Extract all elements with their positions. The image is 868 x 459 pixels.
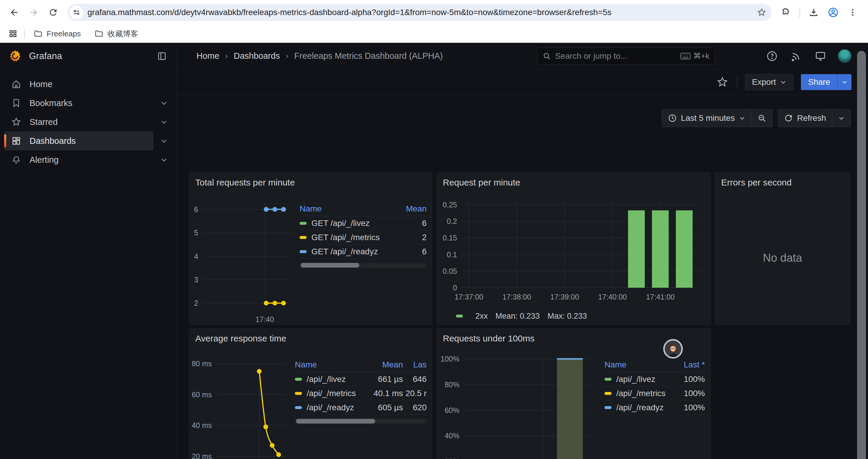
export-button[interactable]: Export xyxy=(745,74,793,90)
legend-series-metrics[interactable]: /api/_/metrics xyxy=(604,389,673,398)
scrollbar-thumb[interactable] xyxy=(301,263,359,268)
legend-col-mean[interactable]: Mean xyxy=(365,360,403,369)
chevron-down-icon xyxy=(739,115,745,121)
sidebar-item-starred[interactable]: Starred xyxy=(4,112,153,131)
legend-column: Name Last * /api/_/livez 100% /api/_/met… xyxy=(604,347,710,459)
legend-series-metrics[interactable]: GET /api/_/metrics xyxy=(300,233,403,242)
chart-canvas-request-per-minute[interactable]: 0.250.20.150.10.05017:37:0017:38:0017:39… xyxy=(437,191,710,307)
svg-text:3: 3 xyxy=(194,275,198,284)
legend-horizontal-scrollbar[interactable] xyxy=(300,263,427,268)
legend-series-livez[interactable]: /api/_/livez xyxy=(295,374,365,384)
site-settings-icon[interactable] xyxy=(70,6,83,19)
forward-button[interactable] xyxy=(25,4,42,21)
svg-text:0: 0 xyxy=(453,284,457,292)
downloads-button[interactable] xyxy=(805,4,822,21)
legend-series-2xx[interactable]: 2xx xyxy=(475,312,488,321)
legend-col-name: Name xyxy=(295,360,365,369)
panel-title[interactable]: Request per minute xyxy=(437,173,710,191)
browser-menu-button[interactable] xyxy=(844,4,861,21)
news-button[interactable] xyxy=(789,49,803,63)
sidebar-item-label: Bookmarks xyxy=(30,98,72,108)
kiosk-mode-button[interactable] xyxy=(814,49,827,63)
svg-text:17:41:00: 17:41:00 xyxy=(646,293,675,301)
share-button[interactable]: Share xyxy=(801,74,837,90)
rss-icon xyxy=(790,51,802,62)
grafana-logo xyxy=(8,49,22,63)
svg-text:0.25: 0.25 xyxy=(442,201,457,209)
series-swatch xyxy=(604,392,612,395)
series-name: /api/_/metrics xyxy=(616,389,665,398)
refresh-icon xyxy=(784,114,793,123)
bookmark-folder-freeleaps[interactable]: Freeleaps xyxy=(29,27,86,41)
time-range-button[interactable]: Last 5 minutes xyxy=(662,109,751,127)
chart-canvas-total-requests[interactable]: 6543217:40 xyxy=(189,191,300,325)
expand-alerting-button[interactable] xyxy=(156,150,172,169)
help-button[interactable] xyxy=(765,49,779,63)
user-avatar[interactable] xyxy=(838,49,851,63)
extensions-button[interactable] xyxy=(778,4,794,21)
series-swatch xyxy=(295,392,302,395)
url-text[interactable]: grafana.mathmast.com/d/deytv4rwavabkb/fr… xyxy=(88,8,754,17)
panel-title[interactable]: Average response time xyxy=(189,329,432,347)
expand-starred-button[interactable] xyxy=(156,112,172,131)
series-last: 646 xyxy=(403,374,427,384)
legend-row: /api/_/metrics 100% xyxy=(604,386,705,400)
page-scrollbar xyxy=(856,43,868,459)
apps-grid-button[interactable] xyxy=(6,27,20,41)
sidebar-item-home[interactable]: Home xyxy=(4,75,154,94)
panel-title[interactable]: Errors per second xyxy=(715,173,850,191)
legend-col-mean[interactable]: Mean xyxy=(403,204,427,214)
legend-col-name: Name xyxy=(604,360,673,369)
dock-menu-button[interactable] xyxy=(155,49,169,63)
share-menu-button[interactable] xyxy=(837,74,851,90)
bookmark-folder-blogs[interactable]: 收藏博客 xyxy=(90,26,143,41)
search-box[interactable]: ⌘+k xyxy=(537,47,715,65)
refresh-button[interactable]: Refresh xyxy=(778,109,832,127)
star-dashboard-button[interactable] xyxy=(716,75,729,89)
bookmark-page-button[interactable] xyxy=(754,5,769,20)
legend-series-readyz[interactable]: /api/_/readyz xyxy=(295,403,365,412)
sidebar-nav: Home Bookmarks xyxy=(0,69,176,169)
folder-icon xyxy=(34,29,42,38)
chevron-down-icon xyxy=(160,137,168,145)
legend-series-livez[interactable]: /api/_/livez xyxy=(604,374,673,384)
legend-series-metrics[interactable]: /api/_/metrics xyxy=(295,389,365,398)
series-swatch xyxy=(300,236,307,239)
keyboard-icon xyxy=(680,53,690,60)
chart-canvas-requests-under-100ms[interactable]: 100%80%60%40%20%0%17:40 xyxy=(437,347,604,459)
series-last: 100% xyxy=(673,403,705,412)
expand-bookmarks-button[interactable] xyxy=(156,94,172,112)
search-input[interactable] xyxy=(555,52,680,61)
breadcrumb-home[interactable]: Home xyxy=(196,51,219,61)
address-bar[interactable]: grafana.mathmast.com/d/deytv4rwavabkb/fr… xyxy=(67,4,772,21)
back-button[interactable] xyxy=(6,4,23,21)
reload-button[interactable] xyxy=(45,4,61,21)
sidebar-item-bookmarks[interactable]: Bookmarks xyxy=(4,94,153,112)
cartoon-avatar-icon xyxy=(665,340,681,357)
scrollbar-thumb[interactable] xyxy=(296,419,375,424)
legend-col-last[interactable]: Las xyxy=(403,360,427,369)
back-arrow-icon xyxy=(9,7,19,18)
profile-icon xyxy=(828,7,838,18)
legend-col-last[interactable]: Last * xyxy=(673,360,705,369)
breadcrumb-dashboards[interactable]: Dashboards xyxy=(234,51,280,61)
series-name: /api/_/readyz xyxy=(616,403,663,412)
chart-canvas-average-response-time[interactable]: 80 ms60 ms40 ms20 ms0 s17:40 xyxy=(189,347,295,459)
sidebar-item-dashboards[interactable]: Dashboards xyxy=(4,131,153,150)
refresh-interval-button[interactable] xyxy=(832,109,850,127)
legend-series-readyz[interactable]: /api/_/readyz xyxy=(604,403,673,412)
profile-button[interactable] xyxy=(825,4,841,21)
series-swatch xyxy=(295,406,302,409)
sidebar-item-alerting[interactable]: Alerting xyxy=(4,150,153,169)
bookmarks-divider xyxy=(24,29,25,38)
expand-dashboards-button[interactable] xyxy=(156,131,172,150)
panel-total-requests-per-minute: Total requests per minute 6543217:40 Nam… xyxy=(189,172,432,325)
floating-assistant-avatar[interactable] xyxy=(663,339,683,359)
svg-text:17:39:00: 17:39:00 xyxy=(550,293,579,301)
panel-title[interactable]: Total requests per minute xyxy=(189,173,432,191)
legend-horizontal-scrollbar[interactable] xyxy=(295,419,427,424)
legend-series-livez[interactable]: GET /api/_/livez xyxy=(300,219,403,228)
legend-series-readyz[interactable]: GET /api/_/readyz xyxy=(300,247,403,256)
zoom-out-button[interactable] xyxy=(751,109,772,127)
page-scrollbar-thumb[interactable] xyxy=(857,51,866,459)
